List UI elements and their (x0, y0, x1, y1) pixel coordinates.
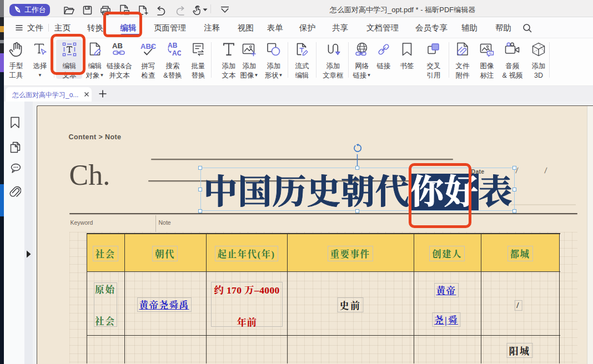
svg-text:AB: AB (112, 42, 123, 50)
svg-text:AB: AB (168, 42, 178, 49)
svg-text:ABC: ABC (140, 42, 157, 50)
svg-text:AC: AC (172, 49, 181, 57)
